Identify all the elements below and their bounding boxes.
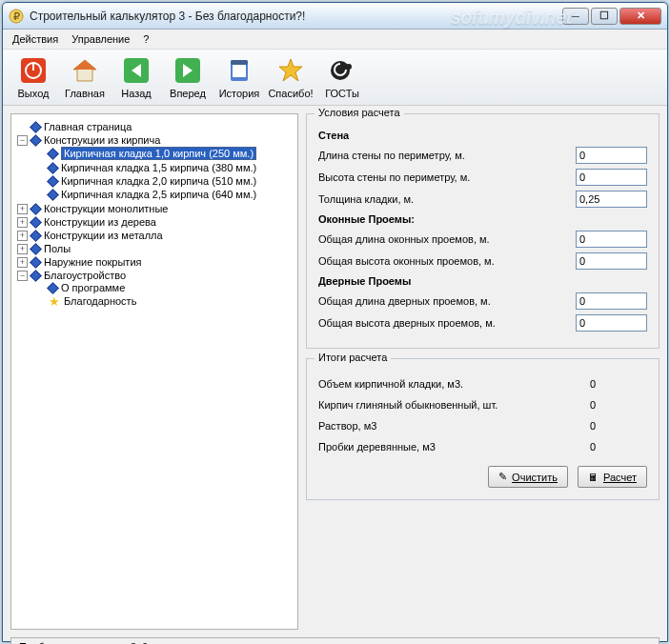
back-button[interactable]: Назад <box>112 53 161 101</box>
wall-h-label: Высота стены по периметру, м. <box>318 171 576 183</box>
doors-heading: Дверные Проемы <box>318 275 647 287</box>
svg-marker-14 <box>279 59 302 81</box>
diamond-icon <box>30 256 42 269</box>
menu-manage[interactable]: Управление <box>71 33 130 45</box>
window-title: Строительный калькулятор 3 - Без благода… <box>30 10 562 23</box>
diamond-icon <box>30 270 42 282</box>
menubar: Действия Управление ? <box>3 30 667 50</box>
r2-value: 0 <box>590 399 647 411</box>
history-button[interactable]: История <box>214 53 264 101</box>
diamond-icon <box>30 203 42 215</box>
menu-help[interactable]: ? <box>143 33 149 45</box>
expand-icon[interactable]: + <box>17 217 28 228</box>
tree-item-brick-4[interactable]: Кирпичная кладка 2,5 кирпича (640 мм.) <box>34 188 294 201</box>
svg-marker-6 <box>73 60 96 70</box>
diamond-icon <box>30 216 42 229</box>
toolbar: Выход Главная Назад Вперед История Спаси… <box>3 50 667 106</box>
results-title: Итоги расчета <box>315 352 391 363</box>
tree-item-mono[interactable]: +Конструкции монолитные <box>17 202 294 215</box>
tree-item-landscape[interactable]: −Благоустройство О программе ★Благодарно… <box>17 269 294 309</box>
menu-actions[interactable]: Действия <box>12 33 58 45</box>
collapse-icon[interactable]: − <box>17 271 28 281</box>
win-len-label: Общая длина оконных проемов, м. <box>318 233 576 245</box>
back-label: Назад <box>121 88 152 99</box>
diamond-icon <box>47 189 59 201</box>
r4-label: Пробки деревянные, м3 <box>318 441 590 453</box>
tree-item-brick[interactable]: −Конструкции из кирпича Кирпичная кладка… <box>17 133 294 202</box>
exit-button[interactable]: Выход <box>9 53 58 101</box>
thanks-button[interactable]: Спасибо! <box>266 53 315 101</box>
tree-item-thanks[interactable]: ★Благодарность <box>34 294 294 308</box>
close-button[interactable]: ✕ <box>619 8 661 25</box>
forward-label: Вперед <box>170 88 206 99</box>
r4-value: 0 <box>590 441 647 453</box>
diamond-icon <box>47 162 59 174</box>
door-len-input[interactable] <box>576 292 647 310</box>
gosty-label: ГОСТы <box>325 88 359 99</box>
minimize-button[interactable]: ─ <box>562 8 589 25</box>
tree-item-brick-3[interactable]: Кирпичная кладка 2,0 кирпича (510 мм.) <box>34 174 294 188</box>
tree-item-about[interactable]: О программе <box>34 281 294 294</box>
tree-item-floors[interactable]: +Полы <box>17 242 294 255</box>
svg-rect-12 <box>233 63 246 77</box>
wall-len-input[interactable] <box>576 147 647 164</box>
titlebar: ₽ Строительный калькулятор 3 - Без благо… <box>3 3 667 30</box>
win-len-input[interactable] <box>576 231 647 248</box>
svg-point-16 <box>346 64 352 70</box>
win-h-input[interactable] <box>576 252 647 270</box>
diamond-icon <box>47 282 59 294</box>
r3-label: Раствор, м3 <box>318 420 590 432</box>
home-label: Главная <box>65 88 105 99</box>
tree-panel: Главная страница −Конструкции из кирпича… <box>10 113 298 630</box>
tree-item-metal[interactable]: +Конструкции из металла <box>17 229 294 242</box>
thickness-label: Толщина кладки, м. <box>318 193 576 205</box>
diamond-icon <box>47 148 59 160</box>
diamond-icon <box>30 230 42 242</box>
brush-icon: ✎ <box>498 471 507 483</box>
door-h-input[interactable] <box>576 314 647 332</box>
history-label: История <box>219 88 260 99</box>
collapse-icon[interactable]: − <box>17 135 28 146</box>
svg-text:₽: ₽ <box>13 10 20 22</box>
tree-item-brick-2[interactable]: Кирпичная кладка 1,5 кирпича (380 мм.) <box>34 161 294 174</box>
r1-label: Объем кирпичной кладки, м3. <box>318 378 590 390</box>
windows-heading: Оконные Проемы: <box>318 213 647 225</box>
expand-icon[interactable]: + <box>17 204 28 214</box>
expand-icon[interactable]: + <box>17 231 28 241</box>
star-icon <box>275 55 306 86</box>
forward-button[interactable]: Вперед <box>163 53 213 101</box>
thickness-input[interactable] <box>576 191 647 208</box>
calculator-icon: 🖩 <box>588 472 599 483</box>
app-icon: ₽ <box>9 9 24 24</box>
thanks-label: Спасибо! <box>268 88 313 99</box>
maximize-button[interactable]: ☐ <box>591 8 618 25</box>
conditions-title: Условия расчета <box>315 107 404 118</box>
exit-label: Выход <box>18 88 50 99</box>
tree-item-wood[interactable]: +Конструкции из дерева <box>17 215 294 229</box>
conditions-group: Условия расчета Стена Длина стены по пер… <box>306 113 660 349</box>
calc-button[interactable]: 🖩Расчет <box>578 466 647 488</box>
expand-icon[interactable]: + <box>17 244 28 254</box>
star-icon: ★ <box>49 295 60 307</box>
diamond-icon <box>30 121 42 133</box>
wall-h-input[interactable] <box>576 169 647 186</box>
tree-item-ext[interactable]: +Наружние покрытия <box>17 255 294 269</box>
door-h-label: Общая высота дверных проемов, м. <box>318 317 576 329</box>
win-h-label: Общая высота оконных проемов, м. <box>318 255 576 267</box>
r3-value: 0 <box>590 420 647 432</box>
expand-icon[interactable]: + <box>17 257 28 268</box>
home-button[interactable]: Главная <box>60 53 110 101</box>
gosty-button[interactable]: ГОСТы <box>317 53 367 101</box>
r2-label: Кирпич глиняный обыкновенный, шт. <box>318 399 590 411</box>
clear-button[interactable]: ✎Очистить <box>488 466 568 488</box>
tree-item-brick-1[interactable]: Кирпичная кладка 1,0 кирпич (250 мм.) <box>34 146 294 161</box>
wall-heading: Стена <box>318 130 647 141</box>
door-len-label: Общая длина дверных проемов, м. <box>318 295 576 307</box>
statusbar: Пробки деревянные, м3: 0 <box>10 637 660 644</box>
r1-value: 0 <box>590 378 647 390</box>
tree-item-main[interactable]: Главная страница <box>17 120 294 133</box>
svg-rect-13 <box>231 60 248 65</box>
results-group: Итоги расчета Объем кирпичной кладки, м3… <box>306 358 660 500</box>
diamond-icon <box>30 134 42 147</box>
wall-len-label: Длина стены по периметру, м. <box>318 150 576 161</box>
